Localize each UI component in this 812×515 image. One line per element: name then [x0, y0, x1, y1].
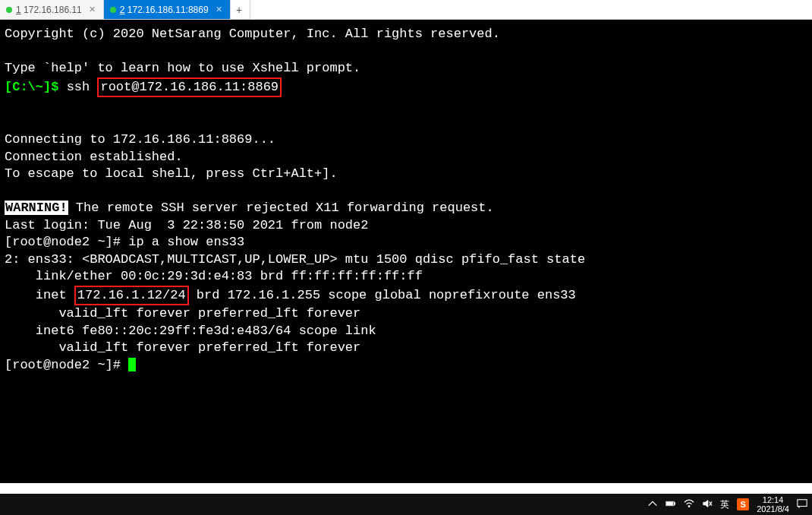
- tab-session-1[interactable]: 1 172.16.186.11 ✕: [0, 0, 104, 19]
- tab-label: 172.16.186.11: [24, 5, 82, 15]
- notification-icon[interactable]: [797, 498, 807, 510]
- ime-lang[interactable]: 英: [720, 498, 729, 511]
- ime-brand-icon[interactable]: S: [737, 498, 749, 510]
- status-dot-icon: [6, 7, 12, 13]
- remote-prompt: [root@node2 ~]#: [5, 358, 128, 372]
- wifi-icon[interactable]: [684, 498, 694, 510]
- inet-pre: inet: [5, 288, 74, 302]
- clock-time: 12:14: [757, 495, 789, 504]
- volume-mute-icon[interactable]: [702, 498, 713, 510]
- local-prompt: [C:\~]$: [5, 80, 67, 94]
- tab-number: 1: [16, 5, 21, 15]
- new-tab-button[interactable]: +: [231, 0, 250, 19]
- ssh-target-highlight: root@172.16.186.11:8869: [97, 77, 282, 98]
- last-login-line: Last login: Tue Aug 3 22:38:50 2021 from…: [5, 218, 368, 232]
- cursor-icon: [128, 358, 136, 371]
- warning-label: WARNING!: [5, 201, 68, 215]
- iface-header: 2: ens33: <BROADCAST,MULTICAST,UP,LOWER_…: [5, 252, 593, 267]
- taskbar-clock[interactable]: 12:14 2021/8/4: [757, 495, 789, 513]
- terminal[interactable]: Copyright (c) 2020 NetSarang Computer, I…: [0, 20, 812, 380]
- page-background: [0, 483, 812, 494]
- close-icon[interactable]: ✕: [86, 5, 96, 14]
- inet6-line: inet6 fe80::20c:29ff:fe3d:e483/64 scope …: [5, 324, 384, 338]
- tab-bar: 1 172.16.186.11 ✕ 2 172.16.186.11:8869 ✕…: [0, 0, 812, 20]
- valid-lft-line: valid_lft forever preferred_lft forever: [5, 306, 360, 321]
- connecting-line: Connecting to 172.16.186.11:8869...: [5, 132, 275, 147]
- chevron-up-icon[interactable]: [647, 498, 658, 510]
- plus-icon: +: [236, 4, 242, 16]
- svg-rect-4: [798, 500, 807, 507]
- copyright-line: Copyright (c) 2020 NetSarang Computer, I…: [5, 27, 500, 41]
- remote-prompt: [root@node2 ~]#: [5, 235, 128, 249]
- ip-command: ip a show ens33: [128, 235, 244, 249]
- escape-line: To escape to local shell, press Ctrl+Alt…: [5, 166, 338, 181]
- valid-lft-line: valid_lft forever preferred_lft forever: [5, 340, 360, 355]
- clock-date: 2021/8/4: [757, 504, 789, 513]
- help-line: Type `help' to learn how to use Xshell p…: [5, 61, 360, 75]
- tab-session-2[interactable]: 2 172.16.186.11:8869 ✕: [104, 0, 231, 19]
- established-line: Connection established.: [5, 150, 183, 164]
- tab-label: 172.16.186.11:8869: [127, 5, 209, 15]
- svg-point-3: [688, 505, 690, 507]
- ssh-command-pre: ssh: [67, 80, 98, 94]
- inet-post: brd 172.16.1.255 scope global noprefixro…: [189, 288, 576, 302]
- tab-number: 2: [120, 5, 125, 15]
- windows-taskbar: 英 S 12:14 2021/8/4: [0, 494, 812, 515]
- battery-icon[interactable]: [666, 498, 676, 510]
- svg-rect-2: [667, 502, 673, 505]
- close-icon[interactable]: ✕: [212, 5, 222, 14]
- link-line: link/ether 00:0c:29:3d:e4:83 brd ff:ff:f…: [5, 269, 423, 283]
- inet-addr-highlight: 172.16.1.12/24: [74, 286, 189, 306]
- svg-rect-1: [674, 503, 675, 505]
- status-dot-icon: [110, 7, 116, 13]
- warning-text: The remote SSH server rejected X11 forwa…: [68, 201, 494, 215]
- system-tray: 英 S 12:14 2021/8/4: [647, 495, 807, 513]
